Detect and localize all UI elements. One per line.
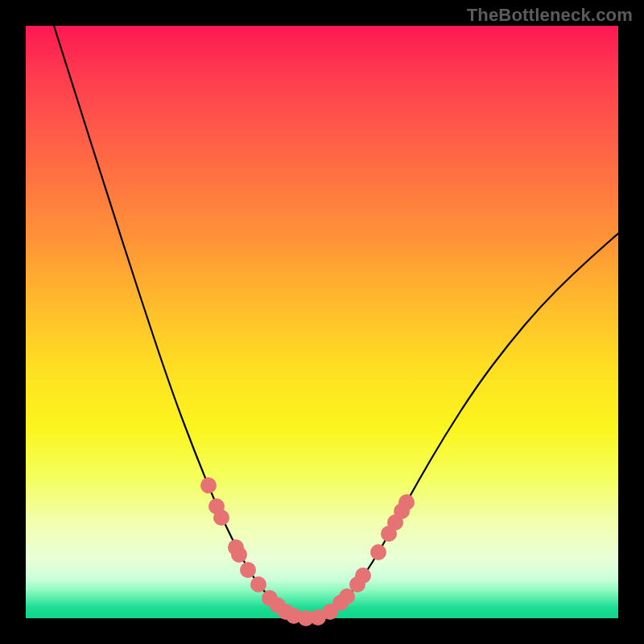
watermark-text: TheBottleneck.com xyxy=(467,5,633,26)
chart-plot-area xyxy=(26,26,618,618)
chart-data-point xyxy=(240,562,256,578)
chart-curve xyxy=(26,26,618,618)
chart-data-point xyxy=(250,576,266,592)
chart-data-point xyxy=(398,494,415,510)
chart-data-point xyxy=(370,544,386,560)
chart-data-point xyxy=(213,510,229,526)
chart-data-point xyxy=(200,477,217,493)
chart-data-point xyxy=(355,568,371,584)
chart-data-point xyxy=(231,547,247,563)
